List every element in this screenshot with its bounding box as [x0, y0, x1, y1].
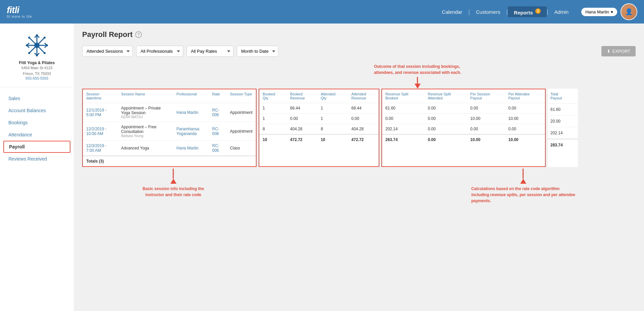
nav-admin[interactable]: Admin — [548, 9, 575, 15]
report-table-area: Sessiondate/time Session Name Profession… — [82, 89, 636, 167]
cell-ps-3: 0.00 — [467, 124, 505, 135]
filter-professionals[interactable]: All Professionals — [136, 46, 183, 57]
user-menu-button[interactable]: Hana Martin ▾ — [581, 8, 617, 16]
col-professional: Professional — [173, 89, 209, 103]
cell-rsb-2: 0.00 — [382, 114, 425, 124]
totals-label-1: Totals (3) — [83, 156, 256, 166]
cell-aq-3: 8 — [317, 124, 348, 135]
logo-area: fitli fit more in life — [7, 5, 32, 18]
business-name: Fitli Yoga & Pilates — [7, 60, 67, 65]
cell-tp-2: 20.00 — [548, 116, 578, 127]
col-per-session: Per SessionPayout — [467, 89, 505, 103]
cell-rate-2[interactable]: RC-008 — [209, 122, 226, 141]
cell-professional-2[interactable]: Paramhansa Yogananda — [173, 122, 209, 141]
sidebar-item-payroll[interactable]: Payroll — [3, 141, 70, 153]
cell-rsa-3: 0.00 — [425, 124, 467, 135]
table-row: 202.14 0.00 0.00 0.00 — [382, 124, 545, 135]
svg-point-19 — [28, 52, 30, 54]
cell-br-1: 68.44 — [287, 103, 317, 114]
sidebar-item-sales[interactable]: Sales — [0, 92, 74, 104]
nav-customers[interactable]: Customers — [470, 9, 506, 15]
cell-tp-3: 202.14 — [548, 127, 578, 139]
export-button[interactable]: ⬇ EXPORT — [601, 46, 636, 56]
table-row: 12/1/2019 -5:00 PM Appointment – Private… — [83, 103, 256, 122]
svg-point-13 — [36, 34, 38, 36]
table-row: 12/3/2019 -7:00 AM Advanced Yoga Hana Ma… — [83, 141, 256, 156]
table-section-total-payout: TotalPayout 61.60 20.00 202.14 — [548, 89, 578, 167]
cell-rsb-1: 61.60 — [382, 103, 425, 114]
sidebar-item-attendance[interactable]: Attendance — [0, 129, 74, 141]
col-rev-split-booked: Revenue SplitBooked — [382, 89, 425, 103]
col-rate: Rate — [209, 89, 226, 103]
cell-ps-2: 10.00 — [467, 114, 505, 124]
totals-row-section2: 10 472.72 10 472.72 — [259, 134, 379, 145]
svg-point-14 — [36, 54, 38, 56]
page-title-area: Payroll Report ? — [82, 30, 636, 39]
cell-session-name-1: Appointment – Private Yoga Session KERR … — [118, 103, 173, 122]
cell-professional-1[interactable]: Hana Martin — [173, 103, 209, 122]
sidebar-item-bookings[interactable]: Bookings — [0, 117, 74, 129]
cell-aq-1: 1 — [317, 103, 348, 114]
totals-rsb: 263.74 — [382, 134, 425, 145]
cell-rate-3[interactable]: RC-006 — [209, 141, 226, 156]
filter-session-type[interactable]: Attended Sessions — [82, 46, 133, 57]
cell-br-3: 404.28 — [287, 124, 317, 135]
table-row: 61.60 0.00 0.00 0.00 — [382, 103, 545, 114]
col-session-type: Session Type — [227, 89, 256, 103]
sidebar-item-account-balances[interactable]: Account Balances — [0, 104, 74, 117]
export-icon: ⬇ — [607, 49, 610, 54]
table-row: 0.00 0.00 10.00 10.00 — [382, 114, 545, 124]
cell-rsa-1: 0.00 — [425, 103, 467, 114]
cell-date-3: 12/3/2019 -7:00 AM — [83, 141, 118, 156]
cell-date-2: 12/2/2019 -10:00 AM — [83, 122, 118, 141]
svg-point-18 — [44, 37, 46, 39]
totals-ar: 472.72 — [348, 134, 379, 145]
nav-calendar[interactable]: Calendar — [436, 9, 468, 15]
svg-point-20 — [44, 52, 46, 54]
filter-date-range[interactable]: Month to Date — [237, 46, 278, 57]
totals-tp: 283.74 — [548, 139, 578, 151]
table-row: 12/2/2019 -10:00 AM Appointment – Free C… — [83, 122, 256, 141]
col-total-payout: TotalPayout — [548, 89, 578, 104]
reports-badge: 2 — [535, 8, 541, 14]
table-section-revenue-splits: Revenue SplitBooked Revenue SplitAttende… — [381, 89, 546, 167]
help-icon[interactable]: ? — [135, 31, 142, 38]
annotation-right-text: Calculations based on the rate code algo… — [471, 186, 575, 204]
sidebar-item-reviews-received[interactable]: Reviews Received — [0, 153, 74, 165]
filters-bar: Attended Sessions All Professionals All … — [82, 46, 636, 57]
cell-rsa-2: 0.00 — [425, 114, 467, 124]
totals-aq: 10 — [317, 134, 348, 145]
col-attended-revenue: AttendedRevenue — [348, 89, 379, 103]
cell-session-name-3: Advanced Yoga — [118, 141, 173, 156]
nav-reports[interactable]: Reports 2 — [508, 6, 547, 17]
cell-type-2: Appointment — [227, 122, 256, 141]
annotation-left-text: Basic session info including theinstruct… — [143, 186, 204, 198]
business-logo — [25, 34, 49, 57]
cell-date-1: 12/1/2019 -5:00 PM — [83, 103, 118, 122]
annotation-right: Calculations based on the rate code algo… — [471, 169, 575, 204]
totals-row: Totals (3) — [83, 156, 256, 166]
table-row: 61.60 — [548, 104, 578, 116]
cell-tp-1: 61.60 — [548, 104, 578, 116]
cell-rsb-3: 202.14 — [382, 124, 425, 135]
cell-ar-2: 0.00 — [348, 114, 379, 124]
table-row: 1 68.44 1 68.44 — [259, 103, 379, 114]
totals-br: 472.72 — [287, 134, 317, 145]
chevron-down-icon: ▾ — [611, 9, 613, 14]
cell-rate-1[interactable]: RC-006 — [209, 103, 226, 122]
cell-professional-3[interactable]: Hana Martin — [173, 141, 209, 156]
col-session-name: Session Name — [118, 89, 173, 103]
logo-title: fitli — [7, 5, 32, 15]
totals-rsa: 0.00 — [425, 134, 467, 145]
table-row: 8 404.28 8 404.28 — [259, 124, 379, 135]
cell-ps-1: 0.00 — [467, 103, 505, 114]
business-info: Fitli Yoga & Pilates 5454 Main St #123 F… — [0, 30, 74, 87]
totals-ps: 10.00 — [467, 134, 505, 145]
cell-type-1: Appointment — [227, 103, 256, 122]
col-session-date: Sessiondate/time — [83, 89, 118, 103]
filter-pay-rates[interactable]: All Pay Rates — [186, 46, 233, 57]
svg-point-17 — [28, 37, 30, 39]
cell-br-2: 0.00 — [287, 114, 317, 124]
col-rev-split-attended: Revenue SplitAttended — [425, 89, 467, 103]
totals-row-section4: 283.74 — [548, 139, 578, 151]
